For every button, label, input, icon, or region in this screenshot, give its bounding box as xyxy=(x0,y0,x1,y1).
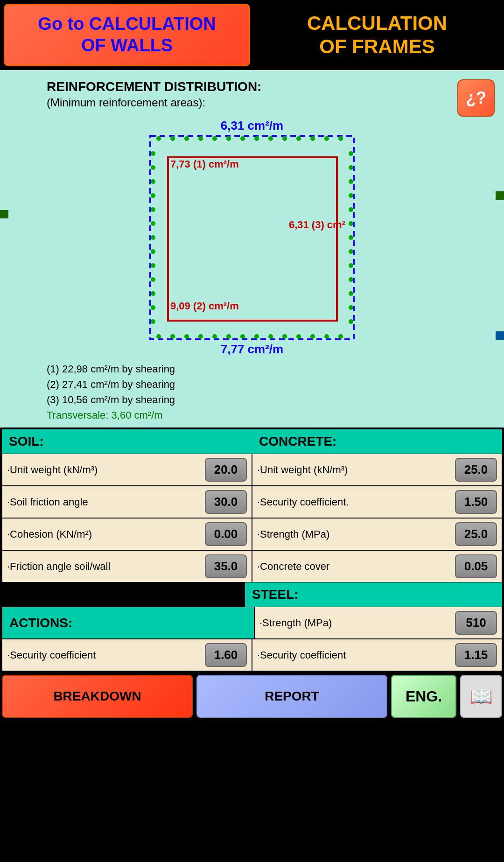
main-content: ¿? REINFORCEMENT DISTRIBUTION: (Minimum … xyxy=(0,70,504,427)
actions-security-label: ·Security coefficient xyxy=(7,649,205,661)
right-marker-top xyxy=(496,191,504,200)
eng-button[interactable]: ENG. xyxy=(391,675,456,718)
actions-steel-strength-row: ACTIONS: ·Strength (MPa) 510 xyxy=(2,607,502,639)
actions-steel-security-row: ·Security coefficient 1.60 ·Security coe… xyxy=(2,639,502,671)
svg-point-31 xyxy=(151,179,155,184)
svg-point-7 xyxy=(240,136,245,141)
book-button[interactable]: 📖 xyxy=(460,675,502,718)
report-button[interactable]: REPORT xyxy=(196,675,387,718)
unit-weight-row: ·Unit weight (kN/m³) 20.0 ·Unit weight (… xyxy=(2,454,502,486)
svg-point-19 xyxy=(212,334,217,339)
svg-point-4 xyxy=(198,136,203,141)
svg-point-38 xyxy=(151,277,155,282)
concrete-strength-cell: ·Strength (MPa) 25.0 xyxy=(252,518,502,550)
soil-unit-weight-label: ·Unit weight (kN/m³) xyxy=(7,464,205,476)
friction-security-row: ·Soil friction angle 30.0 ·Security coef… xyxy=(2,486,502,518)
svg-point-47 xyxy=(349,221,353,226)
soil-friction-wall-value[interactable]: 35.0 xyxy=(205,554,247,578)
soil-unit-weight-value[interactable]: 20.0 xyxy=(205,458,247,482)
svg-rect-55 xyxy=(168,157,337,321)
left-marker xyxy=(0,210,8,218)
soil-cohesion-label: ·Cohesion (KN/m²) xyxy=(7,528,205,540)
top-reinforcement-label: 6,31 cm²/m xyxy=(221,119,283,133)
concrete-security-value[interactable]: 1.50 xyxy=(455,490,497,514)
svg-point-10 xyxy=(282,136,287,141)
soil-friction-label: ·Soil friction angle xyxy=(7,496,205,508)
diagram-area: 6,31 cm²/m xyxy=(9,119,495,357)
concrete-cover-value[interactable]: 0.05 xyxy=(455,554,497,578)
svg-point-53 xyxy=(349,305,353,310)
svg-point-12 xyxy=(310,136,315,141)
reinforcement-title: REINFORCEMENT DISTRIBUTION: xyxy=(47,79,495,94)
actions-security-value[interactable]: 1.60 xyxy=(205,643,247,667)
svg-point-1 xyxy=(156,136,161,141)
inner-bottom-label: 9,09 (2) cm²/m xyxy=(170,300,239,312)
breakdown-button[interactable]: BREAKDOWN xyxy=(2,675,193,718)
notes-area: (1) 22,98 cm²/m by shearing (2) 27,41 cm… xyxy=(9,361,495,423)
right-marker-mid xyxy=(496,331,504,340)
svg-point-24 xyxy=(282,334,287,339)
svg-point-6 xyxy=(226,136,231,141)
help-button[interactable]: ¿? xyxy=(457,79,495,117)
breakdown-label: BREAKDOWN xyxy=(53,689,141,704)
soil-cohesion-cell: ·Cohesion (KN/m²) 0.00 xyxy=(2,518,252,550)
svg-point-14 xyxy=(338,136,343,141)
steel-security-label: ·Security coefficient xyxy=(257,649,455,661)
concrete-header: CONCRETE: xyxy=(252,429,502,454)
svg-point-34 xyxy=(151,221,155,226)
svg-point-36 xyxy=(151,249,155,254)
note-line-1: (1) 22,98 cm²/m by shearing xyxy=(47,361,495,377)
app-title-text: CALCULATIONOF FRAMES xyxy=(307,12,447,59)
note-line-3: (3) 10,56 cm²/m by shearing xyxy=(47,392,495,407)
concrete-strength-value[interactable]: 25.0 xyxy=(455,522,497,546)
svg-point-22 xyxy=(254,334,259,339)
svg-point-18 xyxy=(198,334,203,339)
data-section: SOIL: CONCRETE: ·Unit weight (kN/m³) 20.… xyxy=(0,427,504,673)
steel-security-cell: ·Security coefficient 1.15 xyxy=(252,639,502,671)
svg-point-35 xyxy=(151,235,155,240)
svg-point-49 xyxy=(349,249,353,254)
svg-point-45 xyxy=(349,193,353,198)
svg-point-9 xyxy=(268,136,273,141)
svg-point-2 xyxy=(170,136,175,141)
cohesion-strength-row: ·Cohesion (KN/m²) 0.00 ·Strength (MPa) 2… xyxy=(2,518,502,550)
header: Go to CALCULATIONOF WALLS CALCULATIONOF … xyxy=(0,0,504,70)
soil-friction-cell: ·Soil friction angle 30.0 xyxy=(2,486,252,518)
steel-strength-value[interactable]: 510 xyxy=(455,611,497,635)
svg-point-27 xyxy=(324,334,329,339)
svg-point-8 xyxy=(254,136,259,141)
app-title: CALCULATIONOF FRAMES xyxy=(254,4,500,66)
concrete-strength-label: ·Strength (MPa) xyxy=(257,528,455,540)
soil-friction-wall-label: ·Friction angle soil/wall xyxy=(7,561,205,573)
svg-point-52 xyxy=(349,291,353,296)
go-to-walls-button[interactable]: Go to CALCULATIONOF WALLS xyxy=(4,4,250,66)
svg-point-40 xyxy=(151,305,155,310)
concrete-unit-weight-value[interactable]: 25.0 xyxy=(455,458,497,482)
steel-security-value[interactable]: 1.15 xyxy=(455,643,497,667)
book-icon: 📖 xyxy=(469,686,493,708)
soil-concrete-headers: SOIL: CONCRETE: xyxy=(2,429,502,454)
note-line-2: (2) 27,41 cm²/m by shearing xyxy=(47,377,495,392)
svg-point-50 xyxy=(349,263,353,268)
concrete-unit-weight-cell: ·Unit weight (kN/m³) 25.0 xyxy=(252,454,502,486)
eng-label: ENG. xyxy=(406,688,442,705)
soil-friction-wall-cell: ·Friction angle soil/wall 35.0 xyxy=(2,550,252,582)
soil-unit-weight-cell: ·Unit weight (kN/m³) 20.0 xyxy=(2,454,252,486)
svg-point-39 xyxy=(151,291,155,296)
svg-point-25 xyxy=(296,334,301,339)
concrete-security-cell: ·Security coefficient. 1.50 xyxy=(252,486,502,518)
svg-point-32 xyxy=(151,193,155,198)
svg-point-23 xyxy=(268,334,273,339)
inner-top-label: 7,73 (1) cm²/m xyxy=(170,158,239,170)
soil-friction-value[interactable]: 30.0 xyxy=(205,490,247,514)
svg-point-29 xyxy=(151,151,155,156)
svg-point-26 xyxy=(310,334,315,339)
svg-point-44 xyxy=(349,179,353,184)
steel-header-row: STEEL: xyxy=(2,582,502,607)
concrete-cover-label: ·Concrete cover xyxy=(257,561,455,573)
svg-point-41 xyxy=(151,319,155,324)
svg-point-42 xyxy=(349,151,353,156)
svg-point-5 xyxy=(212,136,217,141)
frame-diagram: 7,73 (1) cm²/m 6,31 (3) cm² 9,09 (2) cm²… xyxy=(149,135,355,340)
soil-cohesion-value[interactable]: 0.00 xyxy=(205,522,247,546)
